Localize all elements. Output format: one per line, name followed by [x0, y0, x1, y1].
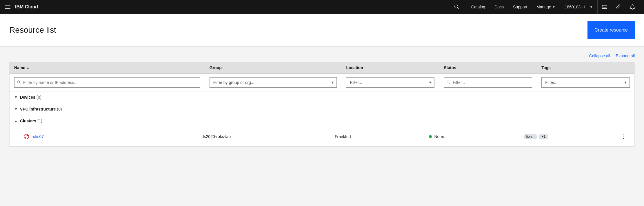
nav-support[interactable]: Support	[508, 0, 532, 14]
cell-name: roks07	[10, 130, 198, 144]
account-switcher[interactable]: 1860103 - I... ▼	[560, 0, 597, 14]
brand: IBM Cloud	[15, 4, 38, 10]
col-group: Group	[205, 62, 342, 73]
filter-name-input[interactable]	[14, 78, 200, 87]
col-location: Location	[341, 62, 439, 73]
page-header: Resource list Create resource	[0, 14, 644, 47]
nav-catalog[interactable]: Catalog	[467, 0, 490, 14]
content-area: Collapse all | Expand all Name ▲ Group L…	[0, 47, 644, 151]
cell-group: fs2020-roks-lab	[198, 130, 330, 143]
account-chevron: ▼	[590, 5, 593, 9]
group-vpc[interactable]: ▼ VPC infrastructure (0)	[10, 103, 634, 115]
group-vpc-chevron: ▼	[14, 107, 18, 111]
group-clusters-chevron: ▲	[14, 119, 18, 123]
col-name: Name ▲	[10, 62, 205, 73]
nav-docs[interactable]: Docs	[490, 0, 508, 14]
filter-status-input[interactable]	[444, 78, 532, 87]
group-devices-chevron: ▼	[14, 95, 18, 99]
expand-all-link[interactable]: Expand all	[616, 54, 635, 58]
table-row: roks07 fs2020-roks-lab Frankfurt Norm...…	[10, 127, 634, 146]
cost-icon[interactable]	[598, 0, 612, 14]
group-devices-count: (0)	[37, 95, 41, 100]
cell-status: Norm...	[424, 130, 519, 143]
roks-icon	[23, 134, 29, 139]
sort-icon[interactable]: ▲	[26, 66, 29, 69]
cell-location: Frankfurt	[330, 130, 424, 143]
search-icon[interactable]	[454, 4, 460, 10]
overflow-menu-button[interactable]: ⋮	[618, 131, 630, 142]
divider: |	[612, 54, 614, 58]
manage-chevron: ▼	[552, 5, 555, 9]
cell-tags: lion... +1	[519, 130, 613, 143]
group-clusters-label: Clusters	[20, 119, 36, 123]
group-vpc-count: (0)	[57, 107, 62, 111]
table-header: Name ▲ Group Location Status Tags	[10, 62, 634, 74]
collapse-expand-row: Collapse all | Expand all	[9, 51, 635, 62]
filter-tags-wrapper: Filter... ▼	[541, 77, 630, 88]
filter-name-cell	[10, 76, 205, 89]
resource-table: Name ▲ Group Location Status Tags	[9, 62, 635, 147]
svg-rect-0	[5, 5, 10, 5]
group-devices[interactable]: ▼ Devices (0)	[10, 91, 634, 103]
filter-group-wrapper: Filter by group or org... ▼	[210, 77, 337, 88]
svg-rect-1	[5, 7, 10, 7]
nav-links: Catalog Docs Support Manage ▼	[467, 0, 560, 14]
edit-icon[interactable]	[612, 0, 625, 14]
navbar-icons	[597, 0, 639, 14]
resource-name[interactable]: roks07	[32, 134, 44, 139]
filter-status-wrapper	[444, 77, 532, 88]
notification-icon[interactable]	[625, 0, 639, 14]
col-status: Status	[439, 62, 537, 73]
filter-location-wrapper: Filter... ▼	[346, 77, 434, 88]
filter-location-select[interactable]: Filter...	[346, 78, 434, 87]
nav-manage[interactable]: Manage ▼	[532, 0, 560, 14]
navbar: IBM Cloud Catalog Docs Support Manage ▼ …	[0, 0, 644, 14]
filter-status-cell	[439, 76, 537, 89]
svg-rect-2	[5, 8, 10, 9]
filter-tags-select[interactable]: Filter...	[542, 78, 630, 87]
filter-row: Filter by group or org... ▼ Filter... ▼	[10, 74, 634, 91]
filter-group-cell: Filter by group or org... ▼	[205, 76, 342, 89]
tag-1[interactable]: lion...	[523, 134, 538, 139]
create-resource-button[interactable]: Create resource	[587, 21, 635, 39]
filter-location-cell: Filter... ▼	[341, 76, 439, 89]
col-tags: Tags	[537, 62, 634, 73]
filter-tags-cell: Filter... ▼	[537, 76, 634, 89]
group-clusters-count: (1)	[37, 119, 42, 123]
filter-name-wrapper	[14, 77, 200, 88]
collapse-all-link[interactable]: Collapse all	[589, 54, 610, 58]
status-dot	[429, 135, 432, 138]
cell-overflow: ⋮	[613, 127, 634, 146]
group-vpc-label: VPC infrastructure	[20, 107, 56, 111]
tag-more[interactable]: +1	[539, 134, 548, 139]
menu-icon[interactable]	[5, 4, 10, 10]
group-devices-label: Devices	[20, 95, 35, 100]
page-title: Resource list	[9, 25, 56, 35]
filter-group-select[interactable]: Filter by group or org...	[210, 78, 337, 87]
group-clusters[interactable]: ▲ Clusters (1)	[10, 115, 634, 127]
status-text: Norm...	[434, 134, 447, 139]
